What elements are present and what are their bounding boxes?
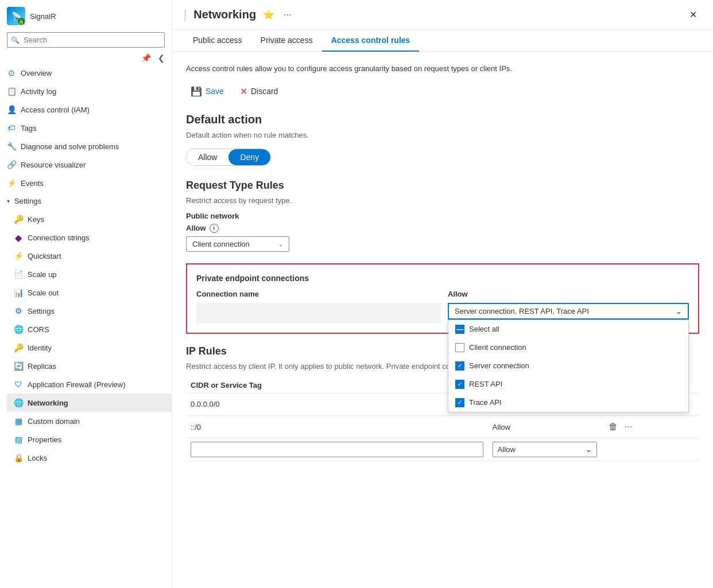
- sidebar-item-label-networking: Networking: [28, 399, 68, 407]
- ip-row-1-more-button[interactable]: ···: [622, 420, 634, 433]
- rest-api-checkmark: ✓: [458, 381, 462, 387]
- overview-icon: ⊙: [7, 68, 16, 77]
- ip-row-1-actions: 🗑 ···: [602, 416, 699, 438]
- sidebar-item-label-properties: Properties: [28, 435, 61, 444]
- select-all-checkbox[interactable]: —: [455, 325, 464, 334]
- public-network-dropdown[interactable]: Client connection ⌄: [186, 236, 289, 252]
- pe-row-name-cell: [196, 303, 441, 324]
- sidebar-scroll: ⊙ Overview 📋 Activity log 👤 Access contr…: [0, 64, 172, 588]
- allow-toggle-option[interactable]: Allow: [187, 149, 228, 165]
- pe-menu-item-label-server-connection: Server connection: [469, 361, 529, 370]
- pe-col-allow: Allow: [448, 290, 689, 298]
- pe-menu-item-label-client-connection: Client connection: [469, 343, 526, 352]
- discard-icon: ✕: [240, 86, 247, 97]
- favorite-button[interactable]: ⭐: [261, 8, 277, 21]
- sidebar-item-cors[interactable]: 🌐 CORS: [7, 320, 172, 338]
- sidebar-item-tags[interactable]: 🏷 Tags: [0, 119, 172, 137]
- sidebar-item-activity-log[interactable]: 📋 Activity log: [0, 82, 172, 100]
- sidebar-item-identity[interactable]: 🔑 Identity: [7, 338, 172, 357]
- ip-add-cidr-input[interactable]: [191, 442, 483, 457]
- pe-allow-dropdown[interactable]: Server connection, REST API, Trace API ⌄: [448, 303, 689, 320]
- rest-api-checkbox[interactable]: ✓: [455, 380, 464, 389]
- pe-menu-item-client-connection[interactable]: Client connection: [448, 338, 688, 357]
- allow-info-icon[interactable]: i: [210, 224, 219, 233]
- sidebar-item-access-control[interactable]: 👤 Access control (IAM): [0, 100, 172, 119]
- client-connection-checkbox[interactable]: [455, 343, 464, 352]
- tab-public-access[interactable]: Public access: [184, 30, 251, 52]
- sidebar-item-app-firewall[interactable]: 🛡 Application Firewall (Preview): [7, 375, 172, 394]
- sidebar-item-label-custom-domain: Custom domain: [28, 417, 80, 426]
- discard-button[interactable]: ✕ Discard: [235, 84, 282, 99]
- tags-icon: 🏷: [7, 123, 16, 133]
- private-endpoint-title: Private endpoint connections: [196, 274, 689, 283]
- search-input[interactable]: [7, 32, 165, 48]
- sidebar-search-container: 🔍: [7, 32, 165, 48]
- pe-menu-item-label-trace-api: Trace API: [469, 398, 502, 407]
- quickstart-icon: ⚡: [14, 251, 23, 260]
- sidebar-item-replicas[interactable]: 🔄 Replicas: [7, 357, 172, 375]
- sidebar-item-events[interactable]: ⚡ Events: [0, 174, 172, 192]
- pe-menu-item-select-all[interactable]: — Select all: [448, 320, 688, 338]
- pe-menu-item-rest-api[interactable]: ✓ REST API: [448, 375, 688, 394]
- pe-col-connection-name: Connection name: [196, 290, 448, 298]
- sidebar-item-label-scale-out: Scale out: [28, 289, 59, 297]
- sidebar-item-keys[interactable]: 🔑 Keys: [7, 210, 172, 228]
- collapse-button[interactable]: ❮: [156, 52, 167, 64]
- deny-toggle-option[interactable]: Deny: [228, 149, 270, 165]
- public-network-dropdown-value: Client connection: [192, 240, 250, 248]
- sidebar-item-label-activity-log: Activity log: [21, 87, 56, 96]
- save-label: Save: [206, 87, 224, 96]
- sidebar-item-scale-up[interactable]: 📄 Scale up: [7, 265, 172, 283]
- close-button[interactable]: ✕: [685, 7, 702, 22]
- sidebar-item-label-locks: Locks: [28, 454, 47, 462]
- ip-add-action-dropdown[interactable]: Allow ⌄: [493, 442, 597, 457]
- sidebar-item-label-resource-visualizer: Resource visualizer: [21, 161, 86, 169]
- ip-add-action-cell: Allow ⌄: [488, 438, 602, 461]
- discard-label: Discard: [251, 87, 278, 96]
- default-action-section: Default action Default action when no ru…: [186, 113, 699, 166]
- sidebar-item-label-access-control: Access control (IAM): [21, 106, 90, 114]
- tab-private-access[interactable]: Private access: [251, 30, 322, 52]
- pin-button[interactable]: 📌: [139, 52, 153, 64]
- sidebar-item-label-keys: Keys: [28, 215, 44, 224]
- trace-api-checkbox[interactable]: ✓: [455, 398, 464, 407]
- sidebar-item-locks[interactable]: 🔒 Locks: [7, 449, 172, 467]
- pe-menu-item-trace-api[interactable]: ✓ Trace API: [448, 394, 688, 412]
- sidebar-item-label-events: Events: [21, 179, 44, 188]
- sidebar-item-custom-domain[interactable]: ▦ Custom domain: [7, 412, 172, 430]
- sidebar-item-label-cors: CORS: [28, 325, 49, 334]
- server-connection-checkmark: ✓: [458, 363, 462, 369]
- sidebar-item-quickstart[interactable]: ⚡ Quickstart: [7, 247, 172, 265]
- settings-section-header[interactable]: ▾ Settings: [0, 192, 172, 210]
- sidebar-item-scale-out[interactable]: 📊 Scale out: [7, 283, 172, 302]
- pe-dropdown-value: Server connection, REST API, Trace API: [455, 307, 589, 316]
- sidebar-item-connection-strings[interactable]: ◆ Connection strings: [7, 228, 172, 247]
- tab-access-control-rules[interactable]: Access control rules: [322, 30, 420, 52]
- diagnose-icon: 🔧: [7, 142, 16, 151]
- more-options-button[interactable]: ···: [281, 9, 293, 21]
- sidebar-item-label-overview: Overview: [21, 69, 52, 77]
- sidebar-item-overview[interactable]: ⊙ Overview: [0, 64, 172, 82]
- save-icon: 💾: [191, 86, 202, 97]
- ip-row-1-delete-button[interactable]: 🗑: [606, 420, 620, 433]
- default-action-subtitle: Default action when no rule matches.: [186, 131, 699, 139]
- access-control-icon: 👤: [7, 105, 16, 114]
- keys-icon: 🔑: [14, 215, 23, 224]
- content-area: Access control rules allow you to config…: [172, 52, 713, 588]
- ip-add-actions-cell: [602, 438, 699, 461]
- server-connection-checkbox[interactable]: ✓: [455, 361, 464, 371]
- pe-table-row: Server connection, REST API, Trace API ⌄…: [196, 303, 689, 324]
- scale-out-icon: 📊: [14, 288, 23, 297]
- pe-menu-item-server-connection[interactable]: ✓ Server connection: [448, 357, 688, 375]
- save-button[interactable]: 💾 Save: [186, 84, 228, 99]
- partial-checkmark: —: [456, 325, 463, 333]
- sidebar-item-diagnose[interactable]: 🔧 Diagnose and solve problems: [0, 137, 172, 155]
- sidebar-item-resource-visualizer[interactable]: 🔗 Resource visualizer: [0, 155, 172, 174]
- sidebar-item-networking[interactable]: 🌐 Networking: [7, 394, 172, 412]
- cors-icon: 🌐: [14, 325, 23, 334]
- ip-add-cidr-cell: [186, 438, 488, 461]
- sidebar-item-properties[interactable]: ▤ Properties: [7, 430, 172, 449]
- pe-table-header: Connection name Allow: [196, 290, 689, 298]
- settings-icon: ⚙: [14, 306, 23, 316]
- sidebar-item-settings[interactable]: ⚙ Settings: [7, 302, 172, 320]
